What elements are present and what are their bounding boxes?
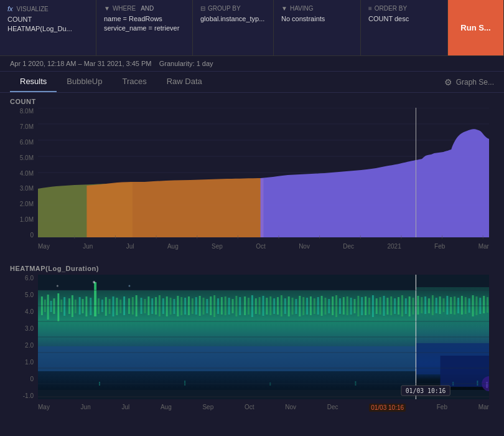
- orderby-value: COUNT desc: [368, 14, 440, 24]
- svg-rect-96: [306, 298, 308, 315]
- svg-point-148: [57, 285, 58, 287]
- svg-rect-134: [446, 296, 448, 315]
- svg-rect-59: [170, 298, 172, 315]
- heatmap-svg: 01/03 10:16: [38, 275, 489, 399]
- svg-rect-118: [386, 298, 388, 315]
- svg-rect-57: [162, 298, 164, 314]
- svg-rect-91: [288, 296, 290, 316]
- svg-rect-61: [177, 296, 179, 316]
- heatmap-chart-title: HEATMAP(Log_Duration): [10, 265, 494, 272]
- svg-rect-85: [266, 298, 268, 315]
- y-label-7m: 7.0M: [20, 123, 34, 130]
- graph-settings-button[interactable]: ⚙ Graph Se...: [444, 77, 494, 87]
- hm-y-5: 5.0: [25, 291, 34, 298]
- svg-rect-145: [487, 297, 488, 313]
- x-label-2021: 2021: [387, 243, 401, 250]
- svg-rect-46: [119, 300, 121, 313]
- count-xaxis: May Jun Jul Aug Sep Oct Nov Dec 2021 Feb…: [38, 242, 489, 251]
- svg-rect-77: [235, 296, 237, 316]
- svg-rect-65: [192, 298, 194, 314]
- count-chart-section: COUNT 8.0M 7.0M 6.0M 5.0M 4.0M 3.0M 2.0M…: [0, 93, 504, 257]
- toolbar: fx VISUALIZE COUNTHEATMAP(Log_Du... ▼ WH…: [0, 0, 504, 56]
- svg-rect-104: [335, 295, 337, 317]
- svg-rect-54: [151, 298, 153, 314]
- svg-rect-78: [239, 297, 241, 315]
- filter-icon: ▼: [104, 5, 110, 12]
- tab-bubbleup[interactable]: BubbleUp: [57, 72, 112, 92]
- groupby-section: ⊟ GROUP BY global.instance_typ...: [193, 0, 274, 55]
- groupby-value: global.instance_typ...: [200, 14, 266, 24]
- x-label-aug: Aug: [167, 243, 179, 250]
- hm-y-4: 4.0: [25, 308, 34, 315]
- svg-rect-58: [166, 296, 168, 316]
- tabs: Results BubbleUp Traces Raw Data: [10, 72, 212, 92]
- svg-rect-105: [339, 298, 341, 314]
- having-section: ▼ HAVING No constraints: [274, 0, 361, 55]
- svg-rect-94: [299, 296, 301, 316]
- having-icon: ▼: [281, 5, 287, 12]
- svg-rect-39: [94, 282, 96, 316]
- tabs-row: Results BubbleUp Traces Raw Data ⚙ Graph…: [0, 72, 504, 93]
- svg-rect-126: [417, 296, 419, 315]
- fx-icon: fx: [7, 5, 13, 12]
- where-value: name = ReadRows service_name = retriever: [104, 14, 185, 34]
- heatmap-yaxis: 6.0 5.0 4.0 3.0 2.0 1.0 0 -1.0: [10, 275, 36, 399]
- svg-rect-139: [465, 297, 467, 314]
- svg-rect-32: [68, 298, 70, 314]
- svg-rect-90: [284, 298, 286, 314]
- orderby-icon: ≡: [368, 5, 372, 12]
- svg-rect-140: [469, 298, 470, 313]
- svg-rect-127: [421, 297, 422, 313]
- hm-x-nov: Nov: [285, 404, 296, 412]
- svg-rect-155: [269, 382, 271, 386]
- svg-rect-40: [98, 298, 100, 314]
- heatmap-chart-section: HEATMAP(Log_Duration) 6.0 5.0 4.0 3.0 2.…: [0, 260, 504, 418]
- svg-rect-63: [184, 298, 186, 315]
- svg-rect-44: [113, 296, 114, 316]
- svg-rect-131: [436, 298, 437, 313]
- svg-rect-29: [57, 293, 59, 321]
- having-label: ▼ HAVING: [281, 5, 353, 12]
- svg-rect-95: [302, 297, 304, 315]
- hm-x-dec: Dec: [327, 404, 338, 412]
- svg-rect-158: [477, 381, 478, 386]
- tab-traces[interactable]: Traces: [112, 72, 156, 92]
- svg-rect-133: [443, 298, 445, 312]
- hm-x-aug: Aug: [161, 404, 172, 412]
- date-range-text: Apr 1 2020, 12:18 AM – Mar 31 2021, 3:45…: [10, 60, 151, 67]
- y-label-3m: 3.0M: [20, 185, 34, 192]
- svg-rect-156: [355, 381, 356, 386]
- svg-rect-102: [328, 299, 330, 313]
- svg-rect-132: [439, 296, 441, 314]
- svg-rect-43: [109, 299, 111, 314]
- tab-results[interactable]: Results: [10, 72, 57, 92]
- svg-point-146: [93, 281, 95, 283]
- having-value: No constraints: [281, 14, 353, 24]
- svg-rect-36: [82, 299, 84, 313]
- svg-rect-130: [432, 295, 434, 315]
- y-label-1m: 1.0M: [20, 216, 34, 223]
- svg-rect-115: [376, 298, 378, 314]
- orderby-label: ≡ ORDER BY: [368, 5, 440, 12]
- svg-rect-125: [413, 298, 414, 315]
- granularity-text: Granularity: 1 day: [159, 60, 213, 67]
- heatmap-container: 6.0 5.0 4.0 3.0 2.0 1.0 0 -1.0: [38, 275, 489, 418]
- svg-rect-101: [324, 298, 326, 315]
- hm-x-mar: Mar: [478, 404, 489, 412]
- svg-rect-52: [144, 299, 146, 313]
- hm-x-sep: Sep: [202, 404, 213, 412]
- run-button[interactable]: Run S...: [448, 0, 504, 55]
- visualize-section: fx VISUALIZE COUNTHEATMAP(Log_Du...: [0, 0, 96, 55]
- svg-rect-31: [63, 297, 65, 316]
- svg-rect-108: [350, 298, 352, 315]
- hm-x-feb: Feb: [437, 404, 447, 412]
- count-chart-container: 8.0M 7.0M 6.0M 5.0M 4.0M 3.0M 2.0M 1.0M …: [38, 108, 489, 257]
- svg-rect-45: [116, 298, 118, 315]
- svg-rect-82: [255, 298, 257, 314]
- svg-rect-38: [90, 298, 91, 315]
- hm-y-2: 2.0: [25, 342, 34, 349]
- hm-y-neg1: -1.0: [23, 392, 34, 399]
- count-chart-title: COUNT: [10, 98, 494, 105]
- svg-rect-26: [47, 295, 49, 320]
- tab-rawdata[interactable]: Raw Data: [157, 72, 212, 92]
